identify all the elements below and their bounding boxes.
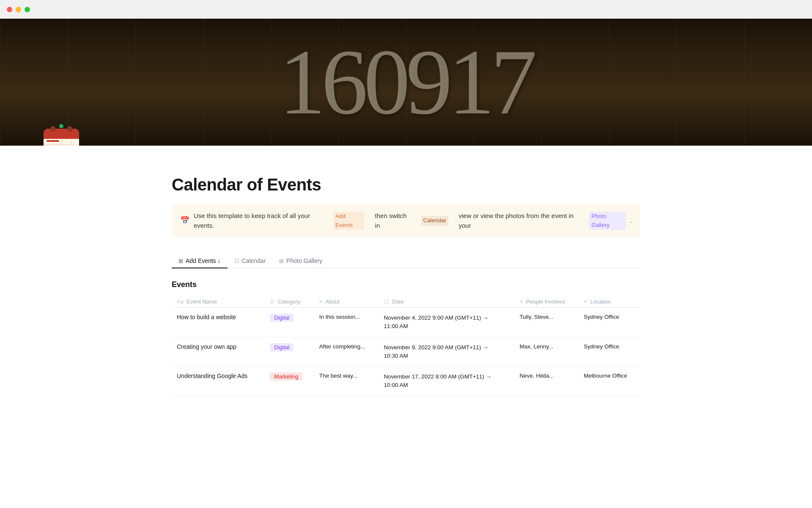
calendar-tab-icon: ☐ [234,258,239,264]
location-icon: ≡ [584,298,587,305]
col-about[interactable]: ≡ About [314,296,379,308]
add-events-link[interactable]: Add Events [333,212,365,230]
tab-calendar[interactable]: ☐ Calendar [228,254,273,268]
calendar-link[interactable]: Calendar [421,216,449,225]
svg-rect-16 [47,140,59,142]
photo-gallery-link[interactable]: Photo Gallery [589,212,625,230]
col-category-label: Category [278,298,300,305]
category-cell: Marketing [265,367,314,396]
svg-point-14 [67,126,72,131]
col-event-name[interactable]: Aa Event Name [172,296,265,308]
hero-numbers: 1 6 0 9 1 7 [0,19,812,146]
people-icon: ≡ [520,298,523,305]
tab-add-events-label: Add Events ↓ [186,257,221,264]
info-box: 📅 Use this template to keep track of all… [172,204,640,237]
category-badge: Digital [270,314,294,322]
col-about-label: About [325,298,340,305]
about-cell: The best way... [314,367,379,396]
category-badge: Digital [270,343,294,351]
calendar-icon-wrapper [40,120,82,146]
people-cell: Tully, Steve... [515,308,579,337]
minimize-button[interactable] [16,7,21,12]
main-content: Calendar of Events 📅 Use this template t… [131,146,681,396]
calendar-icon [40,120,82,146]
about-cell: After completing... [314,337,379,367]
about-cell: In this session... [314,308,379,337]
event-name-cell: How to build a website [172,308,265,337]
tab-photo-gallery[interactable]: ⊞ Photo Gallery [272,254,329,268]
col-location-label: Location [590,298,611,305]
page-title: Calendar of Events [172,175,640,194]
col-date-label: Date [392,298,403,305]
event-name-cell: Creating your own app [172,337,265,367]
hero-digit: 1 [279,36,321,129]
hero-digit: 7 [491,36,533,129]
date-cell: November 4, 2022 9:00 AM (GMT+11) →11:00… [379,308,515,337]
about-icon: ≡ [319,298,323,305]
info-box-icon: 📅 [180,215,189,226]
info-text-end: . [630,216,632,226]
info-text-middle1: then switch in [375,211,411,230]
people-cell: Max, Lenny... [515,337,579,367]
col-people-label: People Involved [526,298,565,305]
events-heading: Events [172,280,640,289]
date-icon: ☐ [384,298,389,305]
table-body: How to build a website Digital In this s… [172,308,640,396]
hero-banner: 1 6 0 9 1 7 [0,19,812,146]
location-cell: Melbourne Office [579,367,640,396]
tab-calendar-label: Calendar [242,257,266,264]
tab-photo-gallery-label: Photo Gallery [286,257,322,264]
people-cell: Neve, Hilda... [515,367,579,396]
svg-point-13 [50,126,55,131]
location-cell: Sydney Office [579,308,640,337]
col-event-name-label: Event Name [187,298,217,305]
svg-point-15 [59,124,63,128]
location-cell: Sydney Office [579,337,640,367]
hero-digit: 1 [448,36,491,129]
tabs-bar: ⊞ Add Events ↓ ☐ Calendar ⊞ Photo Galler… [172,254,640,268]
events-table: Aa Event Name ⊙ Category ≡ About ☐ Date [172,296,640,396]
hero-digit: 0 [364,36,406,129]
info-text-middle2: view or view the photos from the event i… [459,211,579,230]
hero-digit: 6 [321,36,364,129]
page-title-section: Calendar of Events [172,146,640,204]
date-cell: November 17, 2022 8:00 AM (GMT+11) →10:0… [379,367,515,396]
table-row[interactable]: Creating your own app Digital After comp… [172,337,640,367]
close-button[interactable] [7,7,12,12]
tab-add-events[interactable]: ⊞ Add Events ↓ [172,254,228,268]
titlebar [0,0,812,19]
category-cell: Digital [265,337,314,367]
category-badge: Marketing [270,373,302,381]
col-people[interactable]: ≡ People Involved [515,296,579,308]
col-category[interactable]: ⊙ Category [265,296,314,308]
info-text-before: Use this template to keep track of all y… [194,211,323,230]
table-icon: ⊞ [178,258,183,264]
event-name-cell: Understanding Google Ads [172,367,265,396]
maximize-button[interactable] [25,7,30,12]
table-header: Aa Event Name ⊙ Category ≡ About ☐ Date [172,296,640,308]
col-date[interactable]: ☐ Date [379,296,515,308]
category-icon: ⊙ [270,298,274,305]
category-cell: Digital [265,308,314,337]
table-row[interactable]: How to build a website Digital In this s… [172,308,640,337]
col-location[interactable]: ≡ Location [579,296,640,308]
text-icon: Aa [177,298,184,305]
gallery-tab-icon: ⊞ [279,258,284,264]
table-row[interactable]: Understanding Google Ads Marketing The b… [172,367,640,396]
date-cell: November 9, 2022 9:00 AM (GMT+11) →10:30… [379,337,515,367]
hero-digit: 9 [406,36,448,129]
events-section: Events Aa Event Name ⊙ Category ≡ About [172,280,640,396]
